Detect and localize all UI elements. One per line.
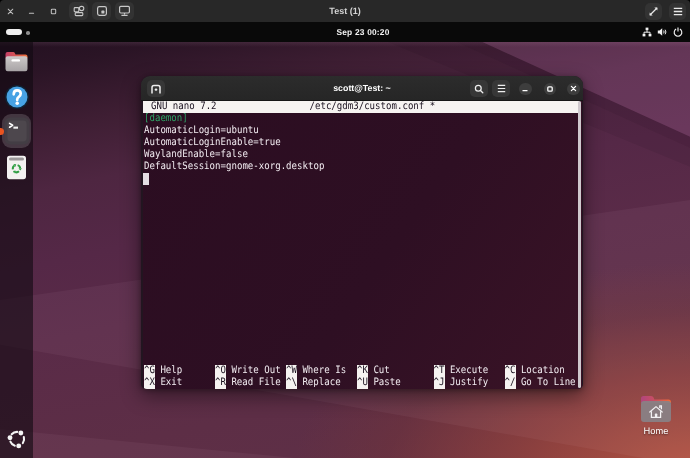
- dock-item-files[interactable]: [0, 49, 33, 73]
- nano-shortcut-key: ^X: [144, 377, 155, 388]
- fullscreen-icon: [648, 6, 659, 17]
- home-shortcut-label: Home: [644, 426, 669, 436]
- nano-shortcut-key: ^\: [286, 377, 297, 388]
- nano-shortcut-key: ^C: [505, 365, 516, 376]
- nano-shortcut-label: Replace: [302, 377, 340, 388]
- nano-shortcut-label: Justify: [450, 377, 488, 388]
- terminal-maximize-button[interactable]: [544, 83, 557, 96]
- terminal-window: scott@Test: ~: [141, 76, 583, 389]
- help-icon: [4, 84, 30, 110]
- nano-shortcut-label: Exit: [160, 377, 182, 388]
- desktop-home-shortcut[interactable]: Home: [633, 393, 679, 451]
- close-icon: [570, 85, 577, 92]
- terminal-scrollbar[interactable]: [578, 101, 581, 388]
- nano-line: DefaultSession=gnome-xorg.desktop: [144, 160, 324, 173]
- nano-filename: /etc/gdm3/custom.conf *: [310, 101, 436, 114]
- nano-shortcut-key: ^K: [357, 365, 368, 376]
- nano-shortcut-label: Help: [160, 365, 182, 376]
- vm-menu-button[interactable]: [669, 3, 686, 20]
- nano-shortcut-key: ^T: [434, 365, 445, 376]
- terminal-title: scott@Test: ~: [141, 76, 583, 101]
- vm-titlebar: Test (1): [0, 0, 690, 22]
- dock: [0, 42, 33, 458]
- nano-shortcut: ^X Exit: [144, 376, 182, 388]
- nano-titlebar: GNU nano 7.2 /etc/gdm3/custom.conf *: [143, 101, 580, 113]
- vm-viewer-window: Test (1): [0, 0, 690, 458]
- terminal-icon: [4, 117, 30, 145]
- dock-item-help[interactable]: [0, 84, 33, 110]
- nano-shortcut-key: ^O: [215, 365, 226, 376]
- trash-icon: [6, 155, 27, 180]
- nano-shortcut-key: ^U: [357, 377, 368, 388]
- clock[interactable]: Sep 23 00:20: [0, 22, 690, 42]
- home-folder-icon: [639, 393, 673, 424]
- files-icon: [4, 50, 29, 73]
- vm-fullscreen-button[interactable]: [645, 3, 662, 20]
- vm-displays-button[interactable]: [115, 2, 134, 20]
- desktop: scott@Test: ~: [0, 42, 690, 458]
- hamburger-menu-icon: [673, 7, 683, 16]
- nano-shortcut: ^U Paste: [357, 376, 401, 388]
- nano-shortcut-label: Read File: [231, 377, 280, 388]
- terminal-search-button[interactable]: [470, 80, 488, 97]
- minimize-icon: [521, 85, 529, 93]
- dock-item-trash[interactable]: [0, 155, 33, 180]
- terminal-menu-button[interactable]: [492, 80, 510, 97]
- nano-shortcut-label: Where Is: [302, 365, 346, 376]
- nano-shortcut-label: Go To Line: [521, 377, 576, 388]
- nano-shortcut-label: Execute: [450, 365, 488, 376]
- network-icon: [642, 27, 652, 37]
- nano-shortcut-key: ^/: [505, 377, 516, 388]
- nano-shortcut-label: Cut: [373, 365, 389, 376]
- nano-shortcut-label: Write Out: [231, 365, 280, 376]
- ubuntu-logo-icon: [6, 428, 28, 450]
- dock-item-terminal[interactable]: [0, 117, 33, 145]
- terminal-minimize-button[interactable]: [519, 83, 532, 96]
- terminal-content[interactable]: GNU nano 7.2 /etc/gdm3/custom.conf * [da…: [143, 101, 582, 389]
- show-apps-button[interactable]: [0, 428, 33, 450]
- nano-shortcut: ^R Read File: [215, 376, 281, 388]
- displays-icon: [118, 5, 131, 17]
- hamburger-menu-icon: [497, 84, 506, 93]
- gnome-top-bar: Sep 23 00:20: [0, 22, 690, 42]
- vm-send-keys-button[interactable]: [69, 2, 88, 20]
- vm-screenshot-button[interactable]: [92, 2, 111, 20]
- nano-shortcut-key: ^G: [144, 365, 155, 376]
- terminal-cursor: [143, 173, 149, 185]
- nano-shortcut: ^J Justify: [434, 376, 489, 388]
- volume-icon: [657, 27, 668, 37]
- nano-shortcut-label: Location: [521, 365, 565, 376]
- nano-shortcut-key: ^W: [286, 365, 297, 376]
- search-icon: [473, 83, 485, 95]
- terminal-headerbar[interactable]: scott@Test: ~: [141, 76, 583, 101]
- wallpaper-facet: [0, 42, 690, 47]
- nano-shortcut-label: Paste: [373, 377, 400, 388]
- maximize-icon: [546, 85, 554, 93]
- nano-shortcut: ^/ Go To Line: [505, 376, 576, 388]
- send-keys-icon: [73, 5, 85, 17]
- nano-shortcut: ^\ Replace: [286, 376, 341, 388]
- terminal-close-button[interactable]: [567, 83, 580, 96]
- nano-shortcut-key: ^J: [434, 377, 445, 388]
- nano-shortcut-key: ^R: [215, 377, 226, 388]
- system-tray[interactable]: [642, 22, 683, 42]
- power-icon: [673, 27, 683, 37]
- screenshot-icon: [96, 5, 108, 17]
